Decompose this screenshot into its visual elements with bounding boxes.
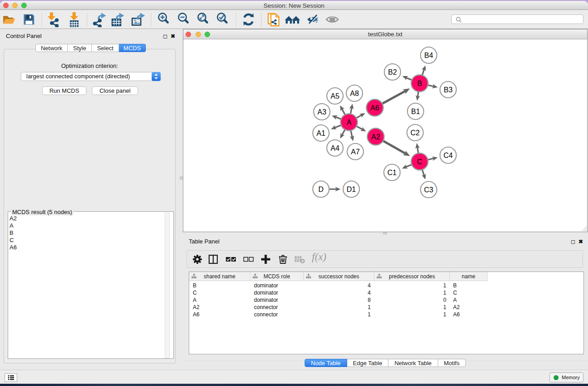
svg-text:A1: A1 (316, 129, 325, 137)
svg-text:A3: A3 (317, 108, 326, 116)
svg-text:A: A (347, 119, 352, 126)
svg-text:B3: B3 (444, 86, 453, 94)
svg-text:C4: C4 (444, 152, 453, 159)
svg-text:A8: A8 (350, 90, 359, 97)
svg-text:C3: C3 (424, 186, 434, 194)
svg-text:B: B (417, 80, 422, 87)
svg-text:A4: A4 (330, 144, 339, 152)
svg-text:A7: A7 (351, 148, 360, 156)
svg-text:A5: A5 (330, 92, 339, 100)
svg-text:D1: D1 (347, 186, 356, 193)
svg-text:D: D (318, 186, 324, 193)
svg-text:C1: C1 (387, 169, 397, 176)
svg-text:B1: B1 (411, 108, 420, 115)
svg-text:C: C (417, 158, 422, 166)
svg-text:C2: C2 (411, 129, 420, 137)
svg-text:A6: A6 (370, 104, 379, 112)
svg-text:B2: B2 (388, 68, 397, 76)
svg-text:A2: A2 (371, 133, 380, 141)
svg-text:B4: B4 (424, 52, 433, 59)
